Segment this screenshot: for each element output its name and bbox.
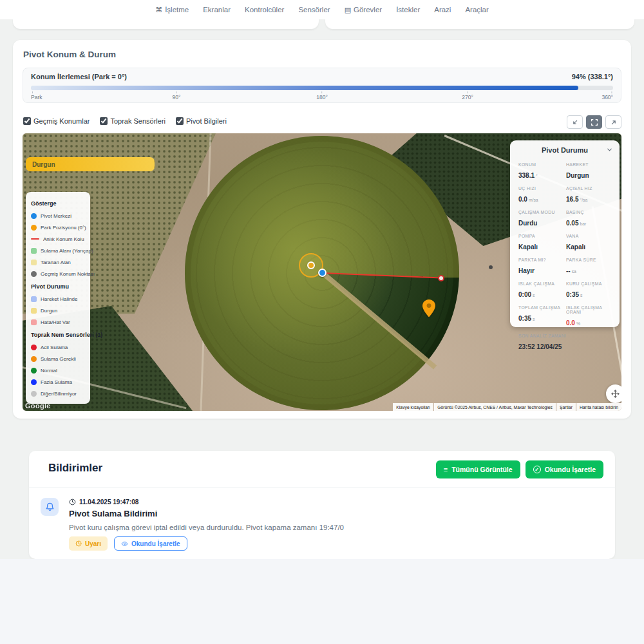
map-fullscreen-button[interactable] <box>586 115 602 129</box>
nav-item-label: İşletme <box>165 6 189 14</box>
legend-swatch <box>31 248 37 254</box>
legend-label: Normal <box>41 368 57 374</box>
progress-tick-label: 270° <box>462 91 473 100</box>
progress-value: 94% (338.1°) <box>572 73 613 80</box>
clock-icon <box>69 498 76 506</box>
nav-item[interactable]: ⌘ İşletme <box>155 6 189 14</box>
page-background-footer <box>0 559 644 644</box>
legend-row: Sulama Gerekli <box>31 353 85 365</box>
status-field-label: UÇ HIZI <box>518 186 564 191</box>
pivot-center-marker[interactable] <box>318 269 327 277</box>
status-field-label: PARKTA MI? <box>518 258 564 262</box>
status-field-label: BASINÇ <box>566 210 611 214</box>
status-field-value: 0:35 <box>518 315 531 322</box>
legend-label: Anlık Konum Kolu <box>43 236 84 242</box>
legend-label: Park Pozisyonu (0°) <box>41 225 86 231</box>
progress-tick-label: Park <box>31 91 42 100</box>
legend-label: Pivot Durumu <box>31 283 69 290</box>
legend-swatch <box>31 368 37 374</box>
mark-all-read-label: Okundu İşaretle <box>545 466 596 473</box>
legend-row: Diğer/Bilinmiyor <box>31 388 85 399</box>
map-attribution-link[interactable]: Klavye kısayolları <box>393 403 433 411</box>
status-field-label: PARKA SÜRE <box>566 258 611 262</box>
status-field-value: 0.0 <box>518 196 527 203</box>
status-field-unit: m/sa <box>529 198 538 202</box>
status-field: TOPLAM ÇALIŞMA 0:35s <box>518 305 564 328</box>
eye-icon <box>121 540 128 547</box>
nav-item[interactable]: İstekler <box>396 6 420 14</box>
legend-row: Park Pozisyonu (0°) <box>31 222 85 233</box>
mark-read-label: Okundu İşaretle <box>131 540 180 547</box>
pivot-status-card: Pivot Konum & Durum Konum İlerlemesi (Pa… <box>13 40 631 419</box>
panel-collapse-button[interactable] <box>606 146 613 153</box>
layer-toggle-checkbox[interactable] <box>100 117 108 125</box>
layer-toggle[interactable]: Toprak Sensörleri <box>100 117 166 125</box>
legend-label: Diğer/Bilinmiyor <box>41 391 77 397</box>
map-size-controls <box>567 115 621 129</box>
status-field-label: TOPLAM ÇALIŞMA <box>518 305 564 310</box>
nav-item[interactable]: Araçlar <box>465 6 488 14</box>
status-field: UÇ HIZI 0.0m/sa <box>518 186 564 204</box>
warning-badge-label: Uyarı <box>85 540 101 547</box>
soil-sensor-pin[interactable] <box>422 299 435 317</box>
legend-label: Gösterge <box>31 200 57 207</box>
status-field-value: Kapalı <box>566 243 585 251</box>
map-expand-button[interactable] <box>605 115 621 129</box>
legend-swatch <box>31 260 37 265</box>
status-field: AÇISAL HIZ 16.5°/sa <box>566 186 611 204</box>
map-attribution-link[interactable]: Görüntü ©2025 Airbus, CNES / Airbus, Max… <box>434 403 556 411</box>
layer-toggle-checkbox[interactable] <box>23 117 31 125</box>
nav-item[interactable]: Kontrolcüler <box>245 6 284 14</box>
nav-item[interactable]: ▤ Görevler <box>345 6 383 14</box>
mark-read-button[interactable]: Okundu İşaretle <box>114 536 187 551</box>
pivot-status-panel: Pivot Durumu KONUM 338.1° <box>510 140 620 327</box>
check-circle-icon: ✓ <box>533 466 541 473</box>
status-field-label: KURU ÇALIŞMA <box>566 281 611 286</box>
status-field-unit: s <box>580 293 582 298</box>
nav-item-label: İstekler <box>396 6 420 14</box>
card-stub-left <box>13 18 319 29</box>
map-attribution-link[interactable]: Harita hatası bildirin <box>576 403 621 411</box>
legend-label: Fazla Sulama <box>41 379 72 385</box>
nav-item-icon: ⌘ <box>155 6 162 14</box>
status-field: KURU ÇALIŞMA 0:35s <box>566 281 611 299</box>
view-all-button[interactable]: ≡ Tümünü Görüntüle <box>436 460 520 478</box>
legend-swatch <box>31 296 37 302</box>
status-field-unit: s <box>533 293 535 298</box>
nav-item-label: Ekranlar <box>203 6 231 14</box>
nav-item[interactable]: Sensörler <box>298 6 330 14</box>
layer-toggle[interactable]: Pivot Bilgileri <box>176 117 227 125</box>
status-field-value: 16.5 <box>566 196 578 203</box>
legend-swatch <box>31 345 37 350</box>
progress-tick-label: 360° <box>601 91 613 100</box>
nav-item[interactable]: Ekranlar <box>203 6 231 14</box>
warning-badge: Uyarı <box>69 536 108 551</box>
status-field-label: KONUM <box>518 162 564 167</box>
legend-label: Acil Sulama <box>41 345 68 350</box>
park-position-marker[interactable] <box>307 261 315 269</box>
legend-row: Durgun <box>31 305 85 316</box>
mark-all-read-button[interactable]: ✓ Okundu İşaretle <box>526 460 603 478</box>
legend-swatch <box>31 356 37 362</box>
status-field-value: 0.05 <box>566 220 578 227</box>
legend-label: Hareket Halinde <box>41 296 77 302</box>
layer-toggle[interactable]: Geçmiş Konumlar <box>23 117 90 125</box>
satellite-map[interactable]: Durgun Gösterge Pivot Merkezi <box>23 133 621 411</box>
status-field-unit: s <box>533 317 535 321</box>
map-pan-button[interactable] <box>606 384 621 403</box>
legend-swatch <box>31 308 37 314</box>
pan-icon <box>611 389 620 399</box>
map-collapse-button[interactable] <box>567 115 583 129</box>
status-field: BASINÇ 0.05bar <box>566 210 611 228</box>
fullscreen-icon <box>590 118 599 127</box>
status-field-value: 23:52 12/04/25 <box>518 343 562 350</box>
legend-label: Sulama Gerekli <box>41 356 76 362</box>
nav-item[interactable]: Arazi <box>434 6 451 14</box>
legend-row: Normal <box>31 365 85 376</box>
map-attribution-link[interactable]: Şartlar <box>556 403 576 411</box>
status-field-value: 338.1 <box>518 172 535 179</box>
status-field-label: VANA <box>566 234 611 238</box>
status-field: KONUM 338.1° <box>518 162 564 180</box>
layer-toggle-checkbox[interactable] <box>176 117 184 125</box>
progress-tick-label: 90° <box>173 91 181 100</box>
